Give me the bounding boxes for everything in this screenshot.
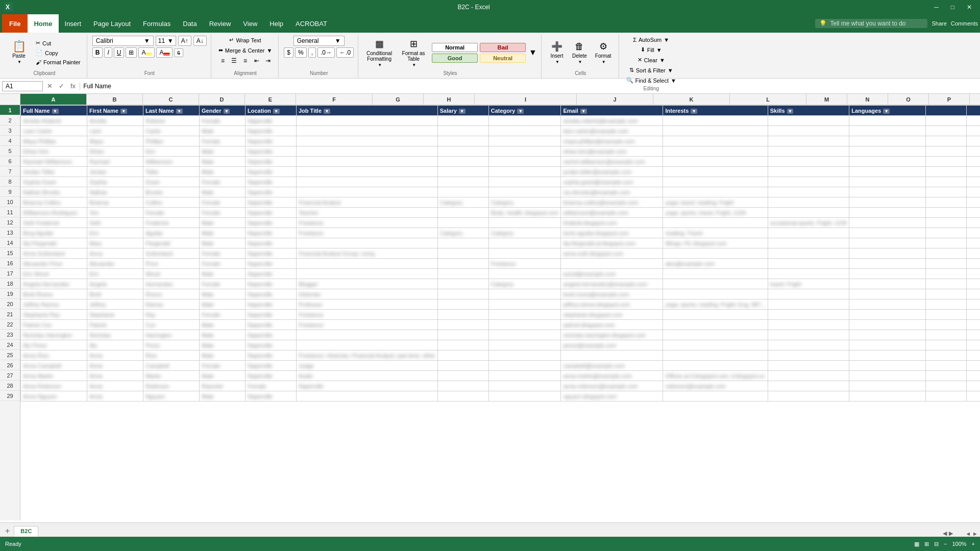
style-bad-button[interactable]: Bad	[480, 43, 526, 52]
row-number-13[interactable]: 13	[0, 228, 20, 238]
formula-insert-function-icon[interactable]: fx	[68, 82, 78, 90]
cell-8-13[interactable]	[967, 177, 980, 187]
col-header-P[interactable]: P	[929, 94, 970, 105]
cell-10-1[interactable]: Brianna	[87, 197, 143, 208]
cell-11-11[interactable]	[849, 208, 926, 218]
row-number-5[interactable]: 5	[0, 146, 20, 156]
cell-20-3[interactable]: Male	[200, 299, 246, 310]
cell-19-8[interactable]: brett.rivera@example.com	[561, 289, 663, 299]
table-row[interactable]: Amelia RobertsAmeliaRobertsFemaleNapervi…	[21, 116, 981, 126]
cell-12-8[interactable]: frederik.blogspot.com	[561, 218, 663, 228]
minimize-btn[interactable]: ─	[930, 4, 943, 11]
cell-20-12[interactable]	[926, 299, 967, 310]
cell-20-8[interactable]: jeffrey.ramos.blogspot.com	[561, 299, 663, 310]
cell-12-13[interactable]	[967, 218, 980, 228]
cell-27-11[interactable]	[849, 371, 926, 381]
cell-11-8[interactable]: williamson@example.com	[561, 208, 663, 218]
insert-cells-button[interactable]: ➕ Insert ▼	[547, 39, 567, 66]
table-row[interactable]: Nicholas HarringtonNicholasHarringtonMal…	[21, 330, 981, 340]
zoom-in-button[interactable]: +	[972, 541, 975, 547]
cell-29-9[interactable]	[663, 391, 768, 402]
cell-20-13[interactable]	[967, 299, 980, 310]
cell-13-0[interactable]: Borg Aguilar	[21, 228, 87, 238]
cell-25-12[interactable]	[926, 350, 967, 361]
cell-17-10[interactable]	[768, 269, 849, 279]
cell-20-10[interactable]	[768, 299, 849, 310]
col-header-H[interactable]: H	[424, 94, 475, 105]
cell-24-13[interactable]	[967, 340, 980, 350]
indent-decrease-button[interactable]: ⇤	[252, 56, 262, 65]
table-row[interactable]: Anna RiosAnnaRiosMaleNapervilleFreelance…	[21, 350, 981, 361]
col-header-A[interactable]: A	[20, 94, 87, 105]
formula-cancel-icon[interactable]: ✕	[45, 82, 55, 90]
table-row[interactable]: Sophia GrantSophiaGrantFemaleNapervilles…	[21, 177, 981, 187]
menu-acrobat[interactable]: ACROBAT	[289, 14, 333, 33]
border-button[interactable]: ⊞	[126, 47, 137, 58]
cell-6-5[interactable]	[297, 157, 438, 167]
cell-22-11[interactable]	[849, 320, 926, 330]
cell-20-7[interactable]	[488, 299, 561, 310]
cell-28-9[interactable]: robinson@example.com	[663, 381, 768, 391]
cell-21-2[interactable]: Ray	[143, 310, 200, 320]
row-number-20[interactable]: 20	[0, 299, 20, 309]
cell-3-8[interactable]: liam.carter@example.com	[561, 126, 663, 136]
cell-16-9[interactable]: alex@example.com	[663, 259, 768, 269]
cell-18-0[interactable]: Angela Hernandez	[21, 279, 87, 289]
cell-27-3[interactable]: Male	[200, 371, 246, 381]
filter-dropdown-icon[interactable]: ▼	[459, 109, 465, 114]
sheet-nav-right[interactable]: ▶	[949, 530, 953, 537]
cell-19-9[interactable]	[663, 289, 768, 299]
cell-7-7[interactable]	[488, 167, 561, 177]
row-number-12[interactable]: 12	[0, 217, 20, 228]
table-row[interactable]: Brett RiveraBrettRiveraMaleNapervilleHis…	[21, 289, 981, 299]
col-header-G[interactable]: G	[373, 94, 424, 105]
cell-4-12[interactable]	[926, 136, 967, 146]
view-page-break-icon[interactable]: ⊟	[934, 541, 939, 547]
cell-23-0[interactable]: Nicholas Harrington	[21, 330, 87, 340]
cell-4-1[interactable]: Maya	[87, 136, 143, 146]
cell-22-7[interactable]	[488, 320, 561, 330]
cell-5-6[interactable]	[437, 146, 488, 157]
cell-28-13[interactable]	[967, 381, 980, 391]
cell-19-1[interactable]: Brett	[87, 289, 143, 299]
cell-23-9[interactable]	[663, 330, 768, 340]
menu-view[interactable]: View	[237, 14, 263, 33]
cell-23-3[interactable]: Male	[200, 330, 246, 340]
table-row[interactable]: Liam CarterLiamCarterMaleNapervilleliam.…	[21, 126, 981, 136]
col-header-M[interactable]: M	[806, 94, 847, 105]
cell-15-9[interactable]	[663, 248, 768, 259]
cell-2-10[interactable]	[768, 116, 849, 126]
cell-15-11[interactable]	[849, 248, 926, 259]
cell-23-7[interactable]	[488, 330, 561, 340]
cell-29-3[interactable]: Male	[200, 391, 246, 402]
style-normal-button[interactable]: Normal	[432, 43, 478, 52]
cell-7-11[interactable]	[849, 167, 926, 177]
cell-12-11[interactable]	[849, 218, 926, 228]
cell-25-0[interactable]: Anna Rios	[21, 350, 87, 361]
cell-3-1[interactable]: Liam	[87, 126, 143, 136]
name-box[interactable]: A1	[2, 81, 43, 91]
cell-26-3[interactable]: Female	[200, 361, 246, 371]
cell-3-9[interactable]	[663, 126, 768, 136]
cell-12-4[interactable]: Naperville	[246, 218, 297, 228]
cell-5-0[interactable]: Ethan Kim	[21, 146, 87, 157]
table-row[interactable]: Rachael WilliamsonRachaelWilliamsonMaleN…	[21, 157, 981, 167]
cell-6-6[interactable]	[437, 157, 488, 167]
cell-6-2[interactable]: Williamson	[143, 157, 200, 167]
cell-16-6[interactable]	[437, 259, 488, 269]
cell-11-3[interactable]: Female	[200, 208, 246, 218]
wrap-text-button[interactable]: ↵ Wrap Text	[227, 36, 263, 44]
cell-20-1[interactable]: Jeffrey	[87, 299, 143, 310]
style-neutral-button[interactable]: Neutral	[480, 54, 526, 63]
cell-18-9[interactable]	[663, 279, 768, 289]
cell-18-3[interactable]: Female	[200, 279, 246, 289]
cell-26-2[interactable]: Campbell	[143, 361, 200, 371]
filter-dropdown-icon[interactable]: ▼	[273, 109, 280, 114]
cell-20-2[interactable]: Ramos	[143, 299, 200, 310]
col-header-C[interactable]: C	[143, 94, 199, 105]
cell-18-10[interactable]: travel; Fright	[768, 279, 849, 289]
table-row[interactable]: Aly PerezAlyPerezMaleNapervilleperez@exa…	[21, 340, 981, 350]
cell-18-7[interactable]: Category	[488, 279, 561, 289]
cell-24-7[interactable]	[488, 340, 561, 350]
cell-7-8[interactable]: jordan.teller@example.com	[561, 167, 663, 177]
